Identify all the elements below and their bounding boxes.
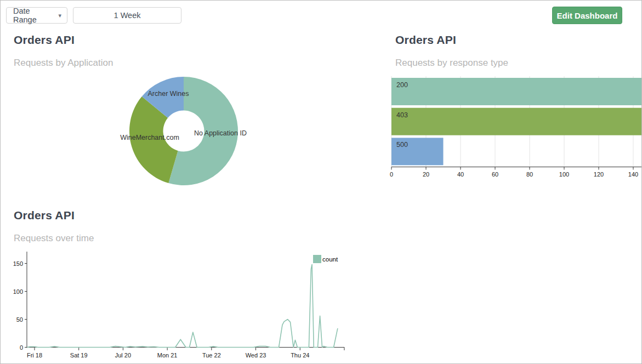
date-range-select[interactable]: Date Range ▾ <box>6 7 67 24</box>
bar-200[interactable] <box>391 78 642 105</box>
response-types-panel-subtitle: Requests by response type <box>395 58 508 69</box>
response-type-bar-chart[interactable]: 200403500020406080100120140 <box>384 76 642 180</box>
y-tick-label: 0 <box>20 344 23 351</box>
x-tick-label: Thu 24 <box>291 352 309 359</box>
applications-panel-subtitle: Requests by Application <box>14 58 113 69</box>
count-legend-label: count <box>322 256 338 263</box>
requests-line-chart[interactable]: 050100150Fri 18Sat 19Jul 20Mon 21Tue 22W… <box>12 247 362 363</box>
count-series-line[interactable] <box>27 265 338 348</box>
bar-label-500: 500 <box>396 141 408 149</box>
x-tick-label: Sat 19 <box>70 352 88 359</box>
chevron-down-icon: ▾ <box>58 12 61 19</box>
x-tick-label: Mon 21 <box>157 352 178 359</box>
x-tick-label: 80 <box>526 171 533 178</box>
x-tick-label: 100 <box>559 171 569 178</box>
x-tick-label: 60 <box>492 171 498 178</box>
x-tick-label: Fri 18 <box>27 352 42 359</box>
x-tick-label: Jul 20 <box>115 352 131 359</box>
donut-label-no-application-id: No Application ID <box>194 129 247 137</box>
y-tick-label: 100 <box>13 288 23 295</box>
y-tick-label: 150 <box>13 260 23 267</box>
dashboard-page: Date Range ▾ 1 Week Edit Dashboard Order… <box>0 0 642 364</box>
applications-panel-title: Orders API <box>14 33 75 47</box>
x-tick-label: 140 <box>628 171 638 178</box>
period-button[interactable]: 1 Week <box>73 7 181 24</box>
donut-label-winemerchant: WineMerchant.com <box>120 134 179 141</box>
x-tick-label: 0 <box>390 171 393 178</box>
over-time-panel-title: Orders API <box>14 209 75 222</box>
bar-label-403: 403 <box>396 111 408 119</box>
response-types-panel-title: Orders API <box>395 33 456 47</box>
bar-label-200: 200 <box>396 81 408 89</box>
count-legend-swatch <box>313 255 321 263</box>
donut-label-archer-wines: Archer Wines <box>147 90 189 98</box>
x-tick-label: 40 <box>457 171 464 178</box>
x-tick-label: 120 <box>594 171 604 178</box>
line-chart-legend: count <box>313 255 338 263</box>
x-tick-label: Tue 22 <box>202 352 221 359</box>
y-tick-label: 50 <box>16 316 23 323</box>
edit-dashboard-button[interactable]: Edit Dashboard <box>552 7 622 24</box>
bar-403[interactable] <box>391 108 642 135</box>
over-time-panel-subtitle: Requests over time <box>14 233 94 244</box>
date-range-label: Date Range <box>13 7 54 24</box>
x-tick-label: 20 <box>423 171 429 178</box>
x-tick-label: Wed 23 <box>246 352 266 359</box>
